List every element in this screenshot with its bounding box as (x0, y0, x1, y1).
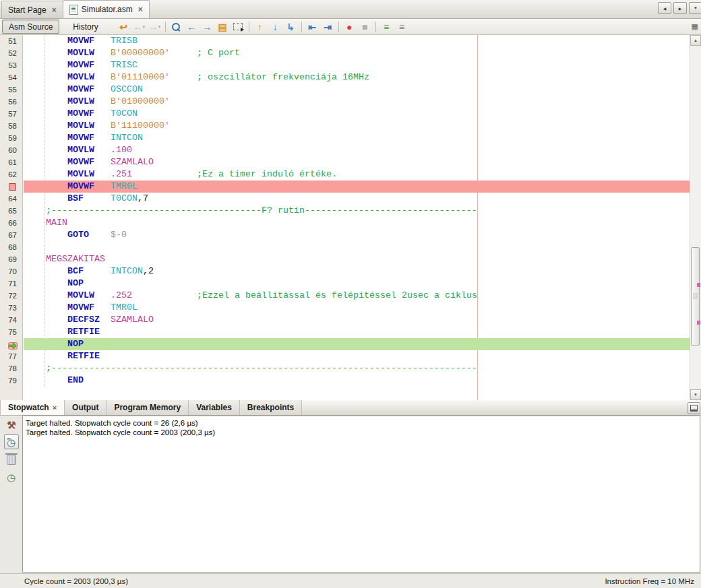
code-line-52[interactable]: MOVLW B'00000000' ; C port (24, 47, 690, 59)
editor-toolbar-overflow-icon[interactable]: ▦ (692, 22, 698, 31)
minimize-panel-button[interactable] (688, 402, 700, 414)
code-line-62[interactable]: MOVLW .251 ;Ez a timer induló értéke. (24, 168, 690, 181)
code-line-76[interactable]: NOP (24, 338, 690, 350)
toggle-highlight-search-icon[interactable]: ▤ (215, 20, 231, 34)
code-line-66[interactable]: MAIN (24, 217, 690, 229)
code-line-61[interactable]: MOVWF SZAMLALO (24, 156, 690, 168)
line-number[interactable]: 73 (0, 302, 22, 314)
code-line-70[interactable]: BCF INTCON,2 (24, 265, 690, 277)
rectangular-selection-icon[interactable] (231, 20, 246, 34)
line-number[interactable]: 60 (0, 144, 22, 156)
code-line-78[interactable]: ;---------------------------------------… (24, 362, 690, 374)
code-line-53[interactable]: MOVWF TRISC (24, 59, 690, 71)
line-number[interactable]: 58 (0, 120, 22, 132)
clear-history-icon[interactable] (4, 452, 19, 467)
code-line-56[interactable]: MOVLW B'01000000' (24, 96, 690, 108)
stopwatch-settings-icon[interactable]: ◷ (4, 434, 19, 449)
find-next-icon[interactable]: → (200, 20, 215, 34)
code-line-68[interactable] (24, 241, 690, 253)
code-line-59[interactable]: MOVWF INTCON (24, 132, 690, 144)
previous-bookmark-icon[interactable]: ↑ (252, 20, 268, 34)
toggle-bookmark-icon[interactable]: ↳ (283, 20, 299, 34)
line-number[interactable]: 51 (0, 35, 22, 47)
line-number[interactable]: 70 (0, 265, 22, 277)
forward-icon[interactable]: →▾ (147, 20, 162, 34)
start-macro-recording-icon[interactable]: ● (342, 20, 357, 34)
close-tab-icon[interactable]: × (138, 6, 143, 13)
code-line-64[interactable]: BSF T0CON,7 (24, 193, 690, 205)
line-number[interactable]: 52 (0, 47, 22, 59)
line-number[interactable]: 55 (0, 84, 22, 96)
code-line-71[interactable]: NOP (24, 277, 690, 290)
gutter-annotation-cell[interactable] (0, 338, 22, 350)
code-line-65[interactable]: ;---------------------------------------… (24, 205, 690, 217)
properties-icon[interactable]: ⚒ (4, 417, 19, 432)
line-number[interactable]: 75 (0, 326, 22, 338)
code-line-75[interactable]: RETFIE (24, 326, 690, 338)
code-line-77[interactable]: RETFIE (24, 350, 690, 362)
stop-macro-recording-icon[interactable]: ■ (357, 20, 373, 34)
line-number[interactable]: 71 (0, 277, 22, 290)
close-tab-icon[interactable]: × (53, 404, 57, 411)
code-area[interactable]: MOVWF TRISB MOVLW B'00000000' ; C port M… (24, 35, 690, 400)
scroll-tabs-left-button[interactable]: ◀ (658, 2, 671, 14)
code-line-57[interactable]: MOVWF T0CON (24, 108, 690, 120)
back-icon[interactable]: ←▾ (131, 20, 147, 34)
line-number[interactable]: 53 (0, 59, 22, 71)
code-line-79[interactable]: END (24, 374, 690, 387)
scrollbar-thumb[interactable] (691, 247, 700, 346)
breakpoint-icon[interactable] (9, 183, 16, 191)
line-number[interactable]: 64 (0, 193, 22, 205)
line-number[interactable]: 66 (0, 217, 22, 229)
stopwatch-icon[interactable]: ◷ (4, 469, 19, 484)
asm-source-toggle-button[interactable]: Asm Source (2, 20, 59, 34)
line-number[interactable]: 74 (0, 314, 22, 326)
bottom-tab-output[interactable]: Output (65, 400, 106, 415)
close-tab-icon[interactable]: × (52, 7, 57, 13)
scroll-down-button[interactable]: ▼ (690, 389, 701, 400)
code-line-58[interactable]: MOVLW B'11100000' (24, 120, 690, 132)
line-number[interactable]: 68 (0, 241, 22, 253)
code-line-67[interactable]: GOTO $-0 (24, 229, 690, 241)
scroll-tabs-right-button[interactable]: ▶ (673, 2, 687, 14)
code-line-74[interactable]: DECFSZ SZAMLALO (24, 314, 690, 326)
tab-simulator-asm[interactable]: Simulator.asm× (63, 0, 150, 18)
line-number[interactable]: 69 (0, 253, 22, 265)
line-number[interactable]: 72 (0, 290, 22, 302)
find-previous-icon[interactable]: ← (184, 20, 200, 34)
next-bookmark-icon[interactable]: ↓ (268, 20, 283, 34)
line-number[interactable]: 56 (0, 96, 22, 108)
code-line-73[interactable]: MOVWF TMR0L (24, 302, 690, 314)
history-button[interactable]: History (65, 20, 106, 33)
gutter-annotation-cell[interactable] (0, 181, 22, 193)
tab-list-dropdown-button[interactable]: ▼ (689, 2, 701, 14)
line-number[interactable]: 54 (0, 71, 22, 84)
line-number[interactable]: 65 (0, 205, 22, 217)
editor-vertical-scrollbar[interactable]: ▲ ▼ (690, 35, 701, 400)
line-number[interactable]: 59 (0, 132, 22, 144)
code-line-60[interactable]: MOVLW .100 (24, 144, 690, 156)
code-line-55[interactable]: MOVWF OSCCON (24, 84, 690, 96)
find-icon[interactable] (169, 20, 184, 34)
shift-line-left-icon[interactable]: ⇤ (305, 20, 320, 34)
bottom-tab-stopwatch[interactable]: Stopwatch× (0, 400, 65, 415)
code-line-63[interactable]: MOVWF TMR0L (24, 181, 690, 193)
tab-start-page[interactable]: Start Page× (1, 1, 63, 18)
line-number[interactable]: 67 (0, 229, 22, 241)
line-number[interactable]: 78 (0, 362, 22, 374)
scroll-up-button[interactable]: ▲ (690, 35, 701, 46)
line-number[interactable]: 62 (0, 168, 22, 181)
code-line-69[interactable]: MEGSZAKITAS (24, 253, 690, 265)
last-edit-icon[interactable]: ↩ (116, 20, 131, 34)
bottom-tab-variables[interactable]: Variables (189, 400, 240, 415)
code-line-72[interactable]: MOVLW .252 ;Ezzel a beállítással és felé… (24, 290, 690, 302)
bottom-tab-breakpoints[interactable]: Breakpoints (240, 400, 302, 415)
line-number[interactable]: 57 (0, 108, 22, 120)
line-number[interactable]: 61 (0, 156, 22, 168)
code-line-51[interactable]: MOVWF TRISB (24, 35, 690, 47)
line-number[interactable]: 79 (0, 374, 22, 387)
shift-line-right-icon[interactable]: ⇥ (320, 20, 336, 34)
code-line-54[interactable]: MOVLW B'01110000' ; oszcillátor frekvenc… (24, 71, 690, 84)
bottom-tab-program-memory[interactable]: Program Memory (106, 400, 189, 415)
line-number[interactable]: 77 (0, 350, 22, 362)
